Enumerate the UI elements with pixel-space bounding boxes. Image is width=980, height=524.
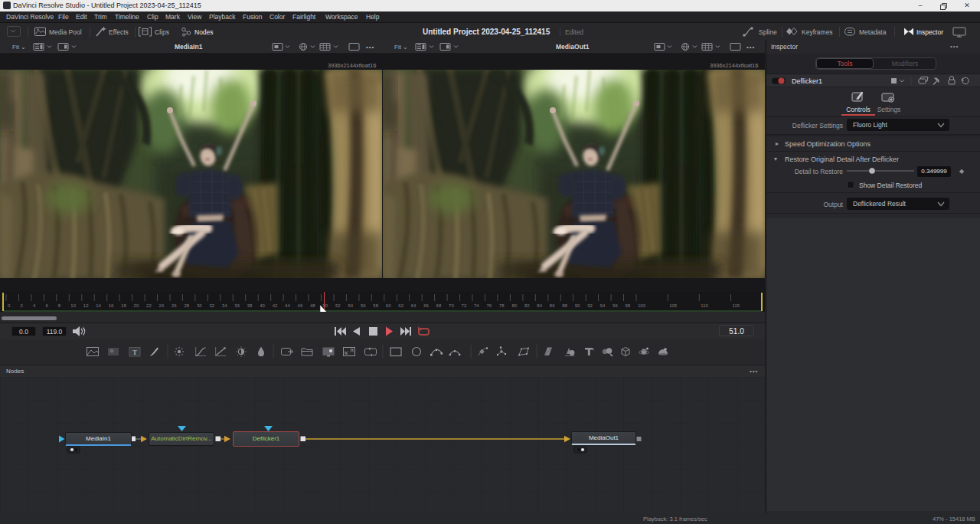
svg-text:66: 66 [423, 303, 429, 308]
svg-text:12: 12 [83, 303, 89, 308]
svg-text:105: 105 [669, 303, 678, 308]
svg-text:48: 48 [310, 303, 315, 308]
svg-text:84: 84 [537, 303, 542, 308]
svg-text:94: 94 [600, 303, 606, 308]
svg-text:38: 38 [247, 303, 253, 308]
svg-text:52: 52 [335, 303, 341, 308]
svg-text:46: 46 [298, 303, 303, 308]
svg-text:44: 44 [285, 303, 290, 308]
svg-text:115: 115 [733, 303, 740, 308]
svg-text:22: 22 [146, 303, 152, 308]
svg-text:92: 92 [587, 303, 593, 308]
svg-text:10: 10 [70, 303, 76, 308]
svg-text:42: 42 [273, 303, 278, 308]
svg-text:80: 80 [511, 303, 517, 308]
svg-text:82: 82 [524, 303, 530, 308]
svg-text:68: 68 [436, 303, 442, 308]
svg-text:32: 32 [209, 303, 214, 308]
svg-text:14: 14 [96, 303, 101, 308]
svg-text:16: 16 [109, 303, 114, 308]
svg-text:74: 74 [474, 303, 479, 308]
svg-text:60: 60 [386, 303, 391, 308]
svg-text:34: 34 [222, 303, 227, 308]
svg-text:30: 30 [197, 303, 202, 308]
svg-text:58: 58 [373, 303, 378, 308]
svg-text:78: 78 [499, 303, 505, 308]
svg-text:26: 26 [172, 303, 177, 308]
svg-text:54: 54 [348, 303, 353, 308]
svg-text:98: 98 [626, 303, 631, 308]
svg-text:20: 20 [134, 303, 139, 308]
svg-text:18: 18 [121, 303, 126, 308]
svg-text:90: 90 [575, 303, 580, 308]
svg-text:T: T [132, 349, 137, 356]
svg-text:28: 28 [184, 303, 189, 308]
svg-text:62: 62 [398, 303, 403, 308]
svg-text:64: 64 [411, 303, 416, 308]
svg-text:86: 86 [550, 303, 555, 308]
svg-text:40: 40 [260, 303, 265, 308]
svg-text:110: 110 [701, 303, 708, 308]
svg-text:88: 88 [562, 303, 567, 308]
svg-text:56: 56 [361, 303, 366, 308]
svg-text:96: 96 [612, 303, 618, 308]
svg-text:70: 70 [449, 303, 454, 308]
svg-text:76: 76 [487, 303, 492, 308]
svg-text:72: 72 [462, 303, 467, 308]
svg-text:36: 36 [234, 303, 240, 308]
svg-text:24: 24 [159, 303, 165, 308]
svg-text:100: 100 [638, 303, 646, 308]
